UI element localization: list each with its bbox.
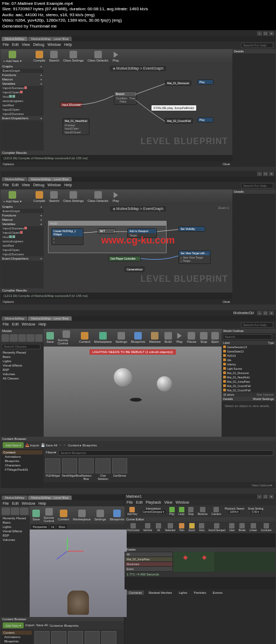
eject-button[interactable]: Eject: [210, 331, 220, 344]
geometry-mode-icon[interactable]: [35, 334, 43, 342]
viewport[interactable]: LIGHTING NEEDS TO BE REBUILT (1 unbuilt …: [44, 347, 222, 437]
tab-1[interactable]: Motive3dMap: [2, 177, 27, 181]
outliner-row[interactable]: Light Source: [222, 367, 275, 371]
tab[interactable]: Motive3dMap: [2, 316, 27, 321]
asset-item[interactable]: NewWidgetBlue: [62, 458, 77, 480]
node-dismount[interactable]: Mat_01_Dismount: [165, 80, 191, 86]
mode-volumes[interactable]: Volumes: [1, 372, 44, 376]
close-button[interactable]: ×: [269, 31, 274, 36]
play-button[interactable]: Play: [111, 50, 121, 63]
track-movement[interactable]: Movement: [125, 562, 172, 566]
class-settings-button[interactable]: Class Settings: [61, 191, 85, 203]
place-mode-icon[interactable]: [2, 334, 9, 342]
cb-path[interactable]: Content ▸ Blueprints: [50, 623, 79, 627]
node-play-2[interactable]: Play: [197, 117, 213, 123]
col-label[interactable]: Label: [223, 341, 230, 344]
mode-icon[interactable]: [20, 507, 29, 515]
tab-cameras[interactable]: Cameras: [127, 591, 144, 595]
tab-2[interactable]: Motive3dMap - Level Blue: [28, 177, 72, 181]
tab[interactable]: Motive3dMap: [2, 496, 27, 500]
outliner-row[interactable]: Mat_01_Dismount: [222, 371, 275, 375]
outliner-row[interactable]: Mat_02_CrouchFall: [222, 384, 275, 388]
node-headhold[interactable]: Mat_01_HeadHold FinishedInput2OpenInput2…: [63, 118, 89, 135]
play-button[interactable]: Play: [111, 191, 121, 203]
track-jumppass[interactable]: Mat_02_JumpPass: [125, 557, 172, 561]
options-label[interactable]: Options: [3, 162, 14, 166]
node-play-1[interactable]: Play: [197, 79, 213, 85]
tab-particles[interactable]: Particles: [191, 591, 208, 595]
outliner-row[interactable]: HUD13: [222, 354, 275, 358]
asset-item[interactable]: Char Skeleton: [95, 458, 111, 480]
mode-item[interactable]: Lights: [1, 525, 30, 529]
settings-button[interactable]: Settings: [114, 331, 129, 344]
ce-constant[interactable]: Constant: [259, 523, 273, 532]
variables-header[interactable]: Variables+: [1, 82, 44, 86]
tree-animations[interactable]: Animations: [2, 455, 43, 459]
cb-path[interactable]: Content ▸ Blueprints: [68, 443, 97, 447]
cb-import-button[interactable]: Import: [30, 444, 39, 447]
cb-filters-button[interactable]: Filters▾: [46, 450, 56, 456]
menu-edit[interactable]: Edit: [12, 501, 18, 505]
tab-skeletal[interactable]: Skeletal Meshes: [146, 591, 174, 595]
help-search-input[interactable]: [241, 322, 273, 328]
maximize-button[interactable]: □: [263, 172, 268, 176]
blueprints-button[interactable]: Blueprints: [108, 509, 126, 521]
asset-item[interactable]: Char Skeleton: [85, 631, 100, 644]
ce-selected[interactable]: Selected: [163, 523, 177, 532]
close-button[interactable]: ×: [269, 494, 274, 499]
menu-file[interactable]: File: [3, 43, 9, 48]
class-defaults-button[interactable]: Class Defaults: [86, 191, 110, 203]
breadcrumb[interactable]: ◆ Motive3dMap > EventGraph: [110, 206, 166, 212]
minimize-button[interactable]: –: [257, 31, 262, 36]
outliner-row[interactable]: Infantry: [222, 362, 275, 367]
help-search-input[interactable]: [241, 43, 273, 48]
menu-window[interactable]: Window: [22, 322, 35, 328]
mode-icon[interactable]: [11, 507, 19, 515]
playback-speed-dropdown[interactable]: Playback Speed100% ▾: [223, 506, 246, 516]
graphs-header[interactable]: Graphs+: [1, 64, 44, 69]
cb-saveall-button[interactable]: Save All: [45, 444, 57, 447]
menu-edit[interactable]: Edit: [12, 183, 18, 188]
node-crouchfall[interactable]: Mat_02_CrouchFall: [165, 118, 193, 124]
mode-basic[interactable]: Basic: [1, 355, 44, 359]
loop-button[interactable]: Loop: [177, 506, 186, 516]
menu-file[interactable]: File: [3, 501, 9, 505]
compile-button[interactable]: Compile: [32, 50, 47, 63]
cb-import-button[interactable]: Import: [25, 623, 34, 627]
mode-item[interactable]: Volumes: [1, 538, 30, 542]
world-settings-tab[interactable]: World Settings: [253, 397, 274, 401]
ce-user[interactable]: User: [227, 523, 237, 532]
settings-button[interactable]: Settings: [93, 509, 108, 521]
minimize-button[interactable]: –: [257, 172, 262, 176]
mode-item[interactable]: Visual Effects: [1, 529, 30, 533]
menu-help[interactable]: Help: [38, 322, 46, 328]
menu-help[interactable]: Help: [64, 183, 72, 188]
cb-saveall-button[interactable]: Save All: [36, 623, 48, 627]
menu-view[interactable]: View: [22, 183, 30, 188]
var-input2success[interactable]: Input2Success: [1, 112, 44, 116]
event-dispatchers-header[interactable]: Event Dispatchers+: [1, 116, 44, 120]
marketplace-button[interactable]: Marketplace: [93, 331, 114, 344]
addnew-button[interactable]: + Add New ▾: [2, 50, 23, 63]
content-button[interactable]: Content: [78, 331, 92, 344]
clear-button[interactable]: Clear: [223, 300, 230, 303]
event-graph-canvas-2[interactable]: ◆ Motive3dMap > EventGraph Zoom 1 HUD Cr…: [44, 205, 232, 288]
ce-horizontal[interactable]: Horizontal: [126, 523, 141, 532]
var-input1open[interactable]: Input1Open: [1, 90, 44, 94]
mode-recently-placed[interactable]: Recently Placed: [1, 350, 44, 355]
content-button[interactable]: Content: [56, 509, 71, 521]
outliner-row[interactable]: Mat_02_JumpPass: [222, 379, 275, 384]
landscape-mode-icon[interactable]: [18, 334, 26, 342]
event-graph-canvas[interactable]: ◆ Motive3dMap > EventGraph Input 2Succes…: [44, 64, 232, 151]
menu-debug[interactable]: Debug: [33, 43, 44, 48]
close-button[interactable]: ×: [269, 172, 274, 176]
node-camera[interactable]: CameraActor: [125, 267, 144, 272]
var-input1success[interactable]: Input1Success: [1, 86, 44, 90]
maximize-button[interactable]: □: [263, 311, 268, 315]
paint-mode-icon[interactable]: [10, 334, 17, 342]
ce-linear[interactable]: Linear: [248, 523, 259, 532]
lit-dropdown[interactable]: Lit: [50, 525, 56, 529]
compiler-results-header[interactable]: Compiler Results: [1, 151, 232, 155]
details-tab[interactable]: Details: [223, 397, 233, 401]
mode-bsp[interactable]: BSP: [1, 368, 44, 372]
